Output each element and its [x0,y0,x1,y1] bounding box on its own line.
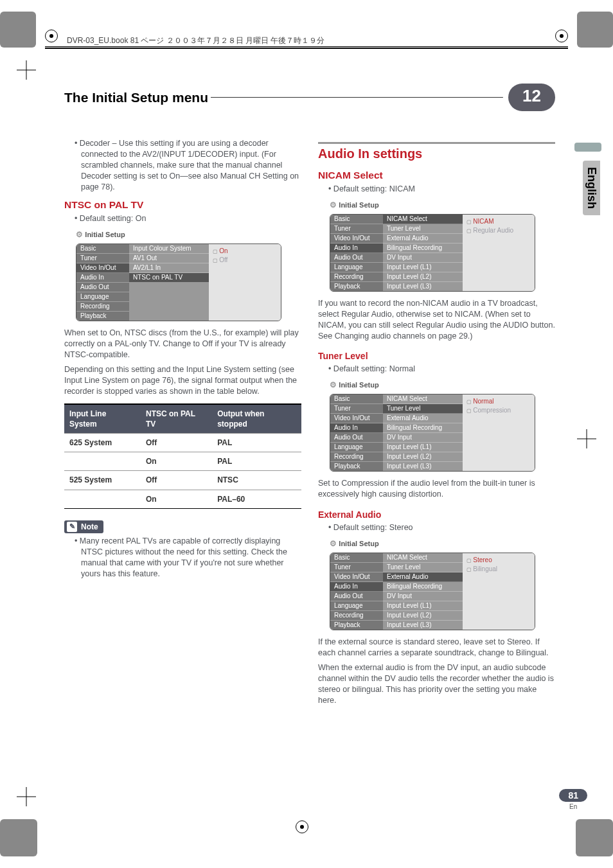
menu-category[interactable]: Audio In [330,423,383,433]
menu-category[interactable]: Video In/Out [76,263,129,273]
table-cell: NTSC [212,471,301,490]
ntsc-ui-panel: Initial Setup BasicTunerVideo In/OutAudi… [76,229,281,321]
corner-decoration [0,12,36,48]
menu-category[interactable]: Language [330,601,383,611]
ui-panel-body: BasicTunerVideo In/OutAudio InAudio OutL… [76,244,281,321]
menu-item[interactable]: Input Level (L3) [383,621,463,630]
menu-item[interactable]: AV2/L1 In [129,263,209,273]
menu-category[interactable]: Audio In [330,244,383,253]
table-cell [64,490,141,508]
menu-item[interactable]: DV Input [383,253,463,263]
menu-category[interactable]: Audio Out [330,253,383,263]
menu-category[interactable]: Playback [330,462,383,471]
menu-option[interactable]: Off [213,256,277,265]
menu-item[interactable]: Tuner Level [383,404,463,414]
menu-item[interactable]: Input Level (L1) [383,443,463,452]
menu-item[interactable]: NICAM Select [383,394,463,404]
page-number-block: 81 En [559,789,587,810]
menu-item[interactable]: NICAM Select [383,215,463,224]
menu-category[interactable]: Basic [330,553,383,563]
menu-item[interactable]: Input Level (L1) [383,601,463,611]
menu-category[interactable]: Video In/Out [330,572,383,582]
menu-item[interactable]: Input Colour System [129,244,209,254]
menu-item[interactable]: DV Input [383,592,463,601]
menu-item[interactable]: Input Level (L1) [383,263,463,272]
menu-item[interactable]: Input Level (L2) [383,272,463,282]
table-cell: 625 System [64,433,141,452]
external-audio-ui-panel: Initial Setup BasicTunerVideo In/OutAudi… [330,538,535,630]
menu-category[interactable]: Tuner [330,404,383,414]
header-rule [45,48,568,49]
menu-category[interactable]: Recording [76,302,129,312]
menu-item[interactable]: External Audio [383,414,463,423]
external-audio-paragraph-1: If the external source is standard stere… [318,637,555,659]
menu-option[interactable]: Regular Audio [466,226,531,235]
menu-category[interactable]: Language [330,443,383,452]
menu-option[interactable]: On [213,247,277,256]
menu-category[interactable]: Audio Out [330,433,383,443]
menu-category[interactable]: Recording [330,452,383,462]
menu-item[interactable]: Bilingual Recording [383,582,463,592]
table-cell: PAL–60 [212,490,301,508]
menu-item[interactable]: AV1 Out [129,254,209,263]
menu-item[interactable]: Tuner Level [383,563,463,572]
note-text: Many recent PAL TVs are capable of corre… [72,536,301,580]
menu-item[interactable]: External Audio [383,234,463,244]
corner-decoration [576,819,613,856]
content-area: English The Initial Setup menu 12 Decode… [64,84,555,829]
menu-category[interactable]: Playback [330,621,383,630]
ui-panel-title: Initial Setup [330,538,535,549]
menu-category[interactable]: Playback [76,312,129,321]
menu-category[interactable]: Audio In [330,582,383,592]
menu-category[interactable]: Audio Out [76,283,129,292]
menu-category[interactable]: Tuner [330,224,383,234]
menu-item[interactable]: DV Input [383,433,463,443]
menu-item[interactable]: Tuner Level [383,224,463,234]
menu-item[interactable]: Bilingual Recording [383,244,463,253]
tuner-heading: Tuner Level [318,350,555,362]
corner-decoration [0,819,37,856]
menu-option[interactable]: Bilingual [466,565,531,574]
menu-category[interactable]: Tuner [330,563,383,572]
table-row: OnPAL [64,452,301,471]
menu-item[interactable]: Input Level (L2) [383,611,463,621]
ui-panel-title: Initial Setup [76,229,281,240]
menu-item[interactable]: Bilingual Recording [383,423,463,433]
external-audio-paragraph-2: When the external audio is from the DV i… [318,662,555,706]
menu-category[interactable]: Playback [330,282,383,291]
menu-item[interactable]: Input Level (L3) [383,282,463,291]
menu-item[interactable]: Input Level (L3) [383,462,463,471]
menu-category[interactable]: Basic [76,244,129,254]
chapter-number: 12 [508,84,555,111]
menu-category[interactable]: Audio Out [330,592,383,601]
table-header: NTSC on PAL TV [141,404,212,434]
menu-option[interactable]: Normal [466,397,531,406]
menu-item[interactable]: NTSC on PAL TV [129,273,209,282]
menu-item[interactable]: Input Level (L2) [383,452,463,462]
table-cell: Off [141,471,212,490]
menu-category[interactable]: Video In/Out [330,414,383,423]
table-row: 525 SystemOffNTSC [64,471,301,490]
table-cell: PAL [212,433,301,452]
menu-category[interactable]: Video In/Out [330,234,383,244]
ntsc-paragraph-1: When set to On, NTSC discs (from the U.S… [64,328,301,360]
menu-category[interactable]: Basic [330,215,383,224]
menu-option[interactable]: NICAM [466,217,531,226]
menu-option[interactable]: Compression [466,406,531,415]
nicam-default: Default setting: NICAM [326,184,555,195]
pencil-icon: ✎ [67,522,77,532]
table-row: OnPAL–60 [64,490,301,508]
menu-category[interactable]: Tuner [76,254,129,263]
menu-category[interactable]: Language [330,263,383,272]
section-color-tab [574,143,601,152]
table-cell [64,452,141,471]
menu-category[interactable]: Audio In [76,273,129,283]
menu-category[interactable]: Basic [330,394,383,404]
menu-category[interactable]: Language [76,292,129,302]
menu-category[interactable]: Recording [330,272,383,282]
menu-item[interactable]: External Audio [383,572,463,582]
menu-item[interactable]: NICAM Select [383,553,463,563]
menu-option[interactable]: Stereo [466,556,531,565]
corner-decoration [577,12,613,48]
menu-category[interactable]: Recording [330,611,383,621]
